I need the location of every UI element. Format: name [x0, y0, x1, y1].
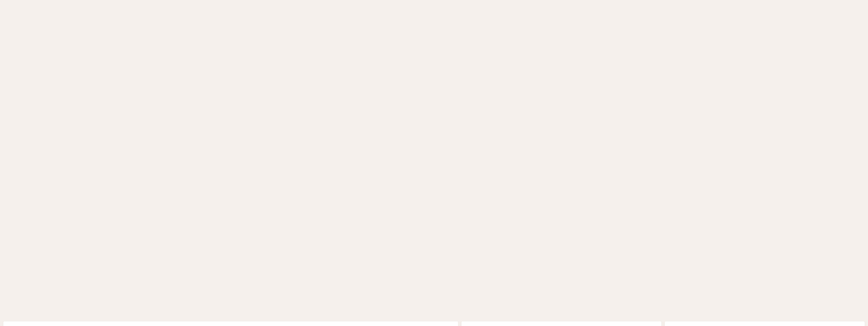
case-volume-status-card: Case volume by status Active Cancelled 2… [461, 321, 661, 326]
dashboard-main: Case volume trend Incoming cases 4 2 0 1… [3, 321, 865, 326]
case-volume-trend-card: Case volume trend Incoming cases 4 2 0 1… [3, 321, 458, 326]
dashboard [3, 3, 865, 321]
incoming-channel-card: Incoming cases by channel Facebook Email… [665, 321, 865, 326]
